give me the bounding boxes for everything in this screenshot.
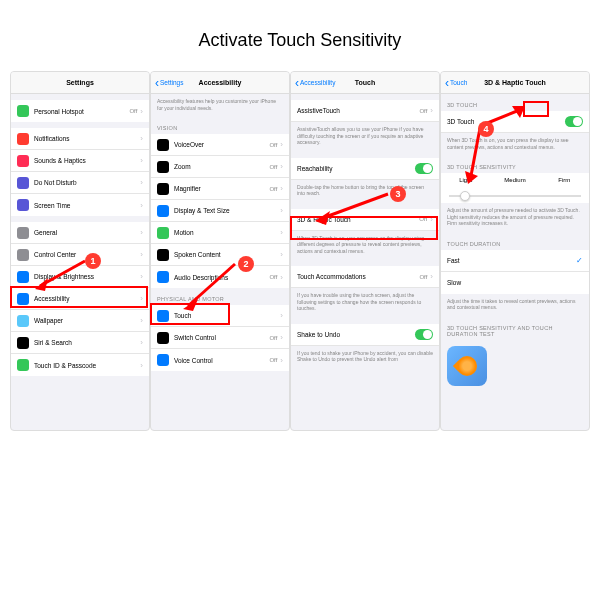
arrow-3: [310, 191, 390, 226]
chevron-icon: ›: [140, 338, 143, 347]
chevron-icon: ›: [140, 272, 143, 281]
settings-row[interactable]: Siri & Search›: [11, 332, 149, 354]
header-touch: Accessibility Touch: [291, 72, 439, 94]
chevron-icon: ›: [280, 356, 283, 365]
chevron-icon: ›: [280, 140, 283, 149]
settings-panel: Settings Personal HotspotOff›Notificatio…: [10, 71, 150, 431]
row-icon: [157, 183, 169, 195]
sensitivity-slider[interactable]: [441, 187, 589, 203]
settings-row[interactable]: Wallpaper›: [11, 310, 149, 332]
duration-row[interactable]: Fast✓: [441, 250, 589, 272]
row-icon: [17, 337, 29, 349]
svg-marker-1: [183, 299, 198, 311]
chevron-icon: ›: [140, 107, 143, 116]
page-title: Activate Touch Sensitivity: [0, 0, 600, 71]
settings-row[interactable]: Touch ID & Passcode›: [11, 354, 149, 376]
row-icon: [157, 205, 169, 217]
row-icon: [157, 271, 169, 283]
row-icon: [157, 139, 169, 151]
row-icon: [17, 133, 29, 145]
chevron-icon: ›: [280, 228, 283, 237]
settings-row[interactable]: Notifications›: [11, 128, 149, 150]
chevron-icon: ›: [140, 178, 143, 187]
chevron-icon: ›: [430, 272, 433, 281]
row-icon: [17, 315, 29, 327]
badge-2: 2: [238, 256, 254, 272]
header-accessibility: Settings Accessibility: [151, 72, 289, 94]
chevron-icon: ›: [280, 162, 283, 171]
svg-marker-2: [315, 211, 330, 225]
accessibility-panel: Settings Accessibility Accessibility fea…: [150, 71, 290, 431]
row-icon: [157, 354, 169, 366]
chevron-icon: ›: [280, 206, 283, 215]
settings-row[interactable]: Display & Text Size›: [151, 200, 289, 222]
accessibility-desc: Accessibility features help you customiz…: [151, 94, 289, 117]
back-button[interactable]: Touch: [445, 76, 467, 90]
chevron-icon: ›: [140, 201, 143, 210]
settings-row[interactable]: Screen Time›: [11, 194, 149, 216]
chevron-icon: ›: [280, 311, 283, 320]
test-image[interactable]: [447, 346, 487, 386]
toggle-icon[interactable]: [415, 329, 433, 340]
settings-row[interactable]: Switch ControlOff›: [151, 327, 289, 349]
badge-1: 1: [85, 253, 101, 269]
chevron-icon: ›: [280, 273, 283, 282]
row-icon: [17, 105, 29, 117]
settings-row[interactable]: General›: [11, 222, 149, 244]
settings-row[interactable]: VoiceOverOff›: [151, 134, 289, 156]
back-button[interactable]: Accessibility: [295, 76, 335, 90]
settings-row[interactable]: Motion›: [151, 222, 289, 244]
settings-row[interactable]: Do Not Disturb›: [11, 172, 149, 194]
chevron-icon: ›: [140, 156, 143, 165]
row-icon: [157, 161, 169, 173]
row-icon: [17, 199, 29, 211]
row-icon: [157, 332, 169, 344]
arrow-4: [460, 106, 530, 186]
row-icon: [157, 249, 169, 261]
arrow-2: [180, 261, 240, 311]
chevron-icon: ›: [140, 361, 143, 370]
row-icon: [17, 359, 29, 371]
settings-row[interactable]: MagnifierOff›: [151, 178, 289, 200]
settings-row[interactable]: Touch AccommodationsOff›: [291, 266, 439, 288]
chevron-icon: ›: [140, 134, 143, 143]
header-3d-haptic: Touch 3D & Haptic Touch: [441, 72, 589, 94]
settings-row[interactable]: AssistiveTouchOff›: [291, 100, 439, 122]
duration-row[interactable]: Slow: [441, 272, 589, 294]
settings-row[interactable]: Shake to Undo: [291, 324, 439, 346]
settings-row[interactable]: Personal HotspotOff›: [11, 100, 149, 122]
back-button[interactable]: Settings: [155, 76, 184, 90]
check-icon: ✓: [576, 256, 583, 265]
header-settings: Settings: [11, 72, 149, 94]
chevron-icon: ›: [280, 250, 283, 259]
chevron-icon: ›: [280, 184, 283, 193]
row-icon: [17, 271, 29, 283]
settings-row[interactable]: Reachability: [291, 158, 439, 180]
chevron-icon: ›: [140, 316, 143, 325]
settings-row[interactable]: Voice ControlOff›: [151, 349, 289, 371]
panels-container: Settings Personal HotspotOff›Notificatio…: [0, 71, 600, 431]
badge-3: 3: [390, 186, 406, 202]
chevron-icon: ›: [140, 250, 143, 259]
settings-row[interactable]: ZoomOff›: [151, 156, 289, 178]
row-icon: [17, 155, 29, 167]
svg-marker-0: [35, 278, 48, 291]
chevron-icon: ›: [140, 228, 143, 237]
row-icon: [17, 249, 29, 261]
row-icon: [17, 177, 29, 189]
arrow-1: [30, 256, 90, 296]
row-icon: [17, 227, 29, 239]
toggle-icon[interactable]: [565, 116, 583, 127]
chevron-icon: ›: [430, 106, 433, 115]
chevron-icon: ›: [280, 333, 283, 342]
badge-4: 4: [478, 121, 494, 137]
touch-panel: Accessibility Touch AssistiveTouchOff›As…: [290, 71, 440, 431]
settings-row[interactable]: Sounds & Haptics›: [11, 150, 149, 172]
section-vision: VISION: [151, 117, 289, 134]
toggle-icon[interactable]: [415, 163, 433, 174]
row-icon: [157, 227, 169, 239]
